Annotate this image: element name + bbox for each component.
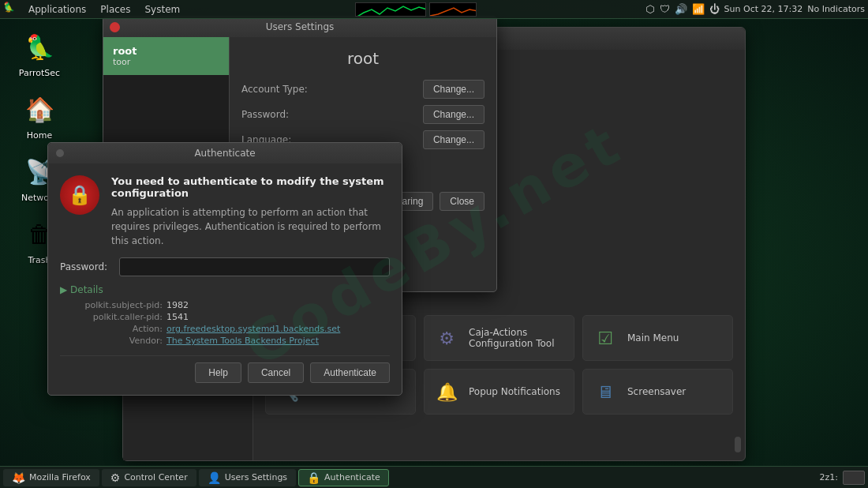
users-settings-title: Users Settings [266, 21, 335, 32]
app-item-caja[interactable]: ⚙ Caja-Actions Configuration Tool [424, 315, 574, 361]
change-account-type-btn[interactable]: Change... [423, 80, 485, 99]
security-icon: 🛡 [660, 3, 670, 15]
auth-dialog-dot [56, 149, 64, 157]
menu-system[interactable]: System [138, 2, 186, 17]
user-sub-root: toor [113, 57, 219, 67]
auth-titlebar: Authenticate [48, 143, 402, 163]
taskbar-item-authenticate[interactable]: 🔒 Authenticate [298, 469, 389, 486]
users-dialog-close-btn[interactable] [110, 22, 120, 32]
authenticate-dialog: Authenticate 🔒 You need to authenticate … [47, 142, 402, 396]
vendor-value[interactable]: The System Tools Backends Project [166, 336, 319, 346]
taskbar-left-menu: 🦜 Applications Places System [3, 2, 186, 17]
taskbar-item-control-center[interactable]: ⚙ Control Center [102, 469, 196, 486]
app-item-screensaver[interactable]: 🖥 Screensaver [582, 369, 733, 415]
main-menu-icon: ☑ [591, 324, 619, 352]
control-center-taskbar-label: Control Center [124, 472, 187, 482]
password-field-label: Password: [60, 261, 111, 272]
close-btn[interactable]: Close [440, 192, 485, 211]
parrotsec-icon: 🦜 [21, 28, 58, 66]
parrotsec-label: ParrotSec [19, 68, 60, 78]
auth-dialog-title: Authenticate [194, 148, 255, 159]
auth-description: An application is attempting to perform … [111, 205, 390, 248]
home-icon: 🏠 [21, 90, 58, 128]
detail-row-caller-pid: polkit.caller-pid: 1541 [68, 312, 390, 322]
menu-places[interactable]: Places [94, 2, 137, 17]
authenticate-button[interactable]: Authenticate [310, 362, 390, 383]
subject-pid-value: 1982 [166, 300, 189, 310]
cpu-monitor [355, 2, 477, 17]
desktop-icon-parrotsec[interactable]: 🦜 ParrotSec [8, 28, 71, 78]
change-language-btn[interactable]: Change... [423, 130, 485, 149]
popup-icon: 🔔 [432, 377, 461, 406]
selected-user-name: root [241, 49, 485, 68]
action-key: Action: [68, 324, 163, 334]
auth-dialog-controls [56, 149, 64, 157]
user-item-root[interactable]: root toor [103, 37, 229, 75]
network-icon: 📶 [692, 3, 705, 15]
auth-password-row: Password: [60, 257, 390, 276]
taskbar-right-text: 2z1: [820, 472, 838, 482]
users-settings-titlebar: Users Settings [103, 17, 496, 37]
caller-pid-key: polkit.caller-pid: [68, 312, 163, 322]
firefox-icon: 🦊 [12, 471, 25, 484]
scrollbar-thumb[interactable] [735, 437, 741, 452]
taskbar-item-firefox[interactable]: 🦊 Mozilla Firefox [3, 469, 99, 486]
cancel-button[interactable]: Cancel [248, 362, 304, 383]
screensaver-label: Screensaver [627, 386, 686, 397]
help-button[interactable]: Help [195, 362, 241, 383]
auth-dialog-body: 🔒 You need to authenticate to modify the… [48, 163, 402, 395]
control-center-taskbar-icon: ⚙ [110, 471, 121, 484]
bluetooth-icon: ⬡ [645, 3, 654, 15]
no-indicators-text: No Indicators [807, 4, 865, 14]
datetime-display: Sun Oct 22, 17:32 [724, 4, 803, 14]
details-section: ▶ Details polkit.subject-pid: 1982 polki… [60, 284, 390, 346]
auth-header: 🔒 You need to authenticate to modify the… [60, 175, 390, 248]
details-content: polkit.subject-pid: 1982 polkit.caller-p… [60, 300, 390, 346]
caller-pid-value: 1541 [166, 312, 189, 322]
action-value[interactable]: org.freedesktop.systemd1.backends.set [166, 324, 340, 334]
detail-row-subject-pid: polkit.subject-pid: 1982 [68, 300, 390, 310]
taskbar-bottom: 🦊 Mozilla Firefox ⚙ Control Center 👤 Use… [0, 466, 868, 488]
firefox-label: Mozilla Firefox [29, 472, 91, 482]
detail-row-vendor: Vendor: The System Tools Backends Projec… [68, 336, 390, 346]
password-field[interactable] [119, 257, 390, 276]
users-settings-taskbar-icon: 👤 [208, 471, 221, 484]
app-item-popup[interactable]: 🔔 Popup Notifications [424, 369, 574, 415]
taskbar-item-users-settings[interactable]: 👤 Users Settings [199, 469, 296, 486]
auth-message: You need to authenticate to modify the s… [111, 175, 390, 248]
auth-lock-icon: 🔒 [60, 175, 99, 215]
desktop: 🦜 Applications Places System ⬡ 🛡 🔊 📶 ⏻ S… [0, 0, 868, 488]
subject-pid-key: polkit.subject-pid: [68, 300, 163, 310]
account-type-label: Account Type: [241, 84, 308, 95]
screensaver-icon: 🖥 [591, 377, 619, 406]
details-toggle[interactable]: ▶ Details [60, 284, 390, 295]
cpu-graph [355, 2, 426, 17]
power-icon: ⏻ [709, 3, 720, 15]
desktop-icon-home[interactable]: 🏠 Home [8, 90, 71, 141]
auth-buttons-row: Help Cancel Authenticate [60, 355, 390, 383]
change-password-btn[interactable]: Change... [423, 105, 485, 124]
auth-heading: You need to authenticate to modify the s… [111, 175, 390, 199]
taskbar-right-bottom: 2z1: [820, 471, 865, 485]
user-detail-row-2: Password: Change... [241, 105, 485, 124]
main-menu-label: Main Menu [627, 332, 679, 343]
home-label: Home [27, 130, 52, 141]
detail-row-action: Action: org.freedesktop.systemd1.backend… [68, 324, 390, 334]
user-detail-row-1: Account Type: Change... [241, 80, 485, 99]
password-label: Password: [241, 109, 289, 120]
menu-applications[interactable]: Applications [22, 2, 92, 17]
keyboard-layout-indicator[interactable] [843, 471, 865, 485]
popup-label: Popup Notifications [469, 386, 560, 397]
taskbar-center [186, 2, 645, 17]
taskbar-right-area: ⬡ 🛡 🔊 📶 ⏻ Sun Oct 22, 17:32 No Indicator… [645, 3, 865, 15]
users-dialog-controls [110, 22, 120, 32]
parrot-logo-icon: 🦜 [3, 2, 19, 17]
authenticate-taskbar-label: Authenticate [324, 472, 380, 482]
caja-label: Caja-Actions Configuration Tool [469, 327, 566, 349]
users-settings-taskbar-label: Users Settings [225, 472, 287, 482]
volume-icon: 🔊 [675, 3, 687, 15]
app-item-main-menu[interactable]: ☑ Main Menu [582, 315, 733, 361]
vendor-key: Vendor: [68, 336, 163, 346]
taskbar-top: 🦜 Applications Places System ⬡ 🛡 🔊 📶 ⏻ S… [0, 0, 868, 19]
net-graph [429, 2, 477, 17]
